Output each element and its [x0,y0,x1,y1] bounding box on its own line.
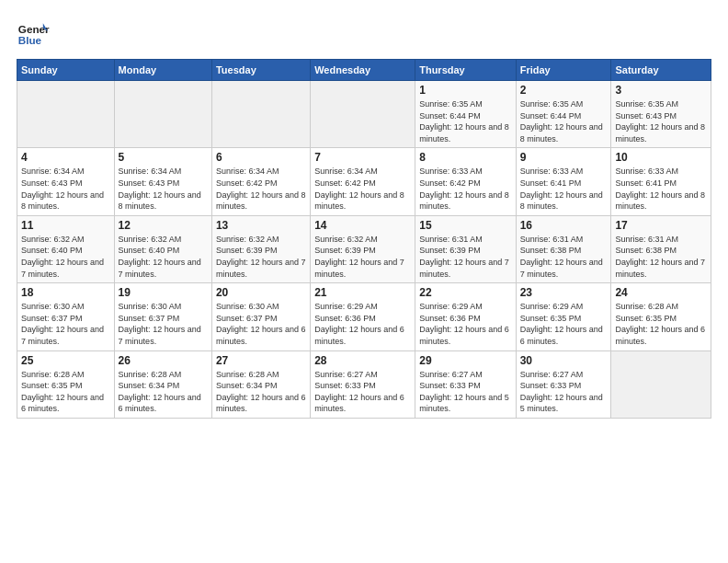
column-header-wednesday: Wednesday [311,60,415,81]
calendar-cell: 30 Sunrise: 6:27 AMSunset: 6:33 PMDaylig… [516,350,611,418]
day-number: 9 [520,151,608,164]
calendar-cell: 5 Sunrise: 6:34 AMSunset: 6:43 PMDayligh… [114,148,211,215]
day-number: 18 [21,286,110,299]
day-info: Sunrise: 6:28 AMSunset: 6:35 PMDaylight:… [21,369,110,415]
calendar-cell: 3 Sunrise: 6:35 AMSunset: 6:43 PMDayligh… [611,81,711,148]
calendar-cell: 10 Sunrise: 6:33 AMSunset: 6:41 PMDaylig… [611,148,711,215]
day-info: Sunrise: 6:35 AMSunset: 6:44 PMDaylight:… [520,98,608,144]
day-number: 19 [119,286,208,299]
week-row-3: 11 Sunrise: 6:32 AMSunset: 6:40 PMDaylig… [17,215,711,282]
week-row-2: 4 Sunrise: 6:34 AMSunset: 6:43 PMDayligh… [17,148,711,215]
day-info: Sunrise: 6:33 AMSunset: 6:42 PMDaylight:… [419,166,511,212]
day-info: Sunrise: 6:32 AMSunset: 6:40 PMDaylight:… [119,234,208,280]
day-info: Sunrise: 6:32 AMSunset: 6:39 PMDaylight:… [314,234,411,280]
day-number: 13 [216,219,306,232]
calendar-cell: 17 Sunrise: 6:31 AMSunset: 6:38 PMDaylig… [611,215,711,282]
day-info: Sunrise: 6:27 AMSunset: 6:33 PMDaylight:… [520,369,608,415]
calendar-cell: 1 Sunrise: 6:35 AMSunset: 6:44 PMDayligh… [415,81,516,148]
day-number: 15 [419,219,511,232]
calendar-table: SundayMondayTuesdayWednesdayThursdayFrid… [17,59,711,419]
calendar-cell: 26 Sunrise: 6:28 AMSunset: 6:34 PMDaylig… [114,350,211,418]
calendar-cell [311,81,415,148]
week-row-1: 1 Sunrise: 6:35 AMSunset: 6:44 PMDayligh… [17,81,711,148]
calendar-cell: 16 Sunrise: 6:31 AMSunset: 6:38 PMDaylig… [516,215,611,282]
svg-text:Blue: Blue [18,34,42,46]
day-number: 26 [119,354,208,367]
day-info: Sunrise: 6:27 AMSunset: 6:33 PMDaylight:… [314,369,411,415]
day-info: Sunrise: 6:34 AMSunset: 6:42 PMDaylight:… [216,166,306,212]
calendar-body: 1 Sunrise: 6:35 AMSunset: 6:44 PMDayligh… [17,81,711,419]
calendar-cell: 25 Sunrise: 6:28 AMSunset: 6:35 PMDaylig… [17,350,115,418]
calendar-cell: 7 Sunrise: 6:34 AMSunset: 6:42 PMDayligh… [311,148,415,215]
calendar-cell [114,81,211,148]
day-number: 16 [520,219,608,232]
column-header-tuesday: Tuesday [211,60,310,81]
day-info: Sunrise: 6:31 AMSunset: 6:38 PMDaylight:… [520,234,608,280]
day-number: 24 [615,286,707,299]
column-header-sunday: Sunday [17,60,115,81]
day-number: 28 [314,354,411,367]
logo-icon: General Blue [17,17,50,50]
calendar-cell [211,81,310,148]
day-number: 5 [119,151,208,164]
day-info: Sunrise: 6:28 AMSunset: 6:35 PMDaylight:… [615,301,707,347]
column-header-saturday: Saturday [611,60,711,81]
day-number: 22 [419,286,511,299]
week-row-4: 18 Sunrise: 6:30 AMSunset: 6:37 PMDaylig… [17,283,711,350]
calendar-cell: 28 Sunrise: 6:27 AMSunset: 6:33 PMDaylig… [311,350,415,418]
day-number: 1 [419,84,511,97]
day-number: 30 [520,354,608,367]
day-info: Sunrise: 6:33 AMSunset: 6:41 PMDaylight:… [520,166,608,212]
day-number: 12 [119,219,208,232]
calendar-cell: 18 Sunrise: 6:30 AMSunset: 6:37 PMDaylig… [17,283,115,350]
calendar-cell: 15 Sunrise: 6:31 AMSunset: 6:39 PMDaylig… [415,215,516,282]
calendar-cell: 27 Sunrise: 6:28 AMSunset: 6:34 PMDaylig… [211,350,310,418]
day-info: Sunrise: 6:35 AMSunset: 6:43 PMDaylight:… [615,98,707,144]
day-number: 27 [216,354,306,367]
header: General Blue [17,17,711,50]
day-number: 10 [615,151,707,164]
column-header-friday: Friday [516,60,611,81]
day-info: Sunrise: 6:28 AMSunset: 6:34 PMDaylight:… [216,369,306,415]
day-number: 29 [419,354,511,367]
day-info: Sunrise: 6:34 AMSunset: 6:43 PMDaylight:… [21,166,110,212]
day-number: 14 [314,219,411,232]
day-info: Sunrise: 6:32 AMSunset: 6:39 PMDaylight:… [216,234,306,280]
day-number: 6 [216,151,306,164]
calendar-cell: 24 Sunrise: 6:28 AMSunset: 6:35 PMDaylig… [611,283,711,350]
calendar-cell: 21 Sunrise: 6:29 AMSunset: 6:36 PMDaylig… [311,283,415,350]
calendar-cell: 4 Sunrise: 6:34 AMSunset: 6:43 PMDayligh… [17,148,115,215]
day-number: 4 [21,151,110,164]
day-info: Sunrise: 6:29 AMSunset: 6:35 PMDaylight:… [520,301,608,347]
calendar-cell: 13 Sunrise: 6:32 AMSunset: 6:39 PMDaylig… [211,215,310,282]
calendar-header-row: SundayMondayTuesdayWednesdayThursdayFrid… [17,60,711,81]
day-info: Sunrise: 6:29 AMSunset: 6:36 PMDaylight:… [314,301,411,347]
day-number: 20 [216,286,306,299]
day-info: Sunrise: 6:32 AMSunset: 6:40 PMDaylight:… [21,234,110,280]
day-info: Sunrise: 6:30 AMSunset: 6:37 PMDaylight:… [21,301,110,347]
calendar-cell [611,350,711,418]
calendar-cell: 29 Sunrise: 6:27 AMSunset: 6:33 PMDaylig… [415,350,516,418]
day-info: Sunrise: 6:31 AMSunset: 6:38 PMDaylight:… [615,234,707,280]
day-number: 25 [21,354,110,367]
day-info: Sunrise: 6:35 AMSunset: 6:44 PMDaylight:… [419,98,511,144]
day-info: Sunrise: 6:30 AMSunset: 6:37 PMDaylight:… [216,301,306,347]
week-row-5: 25 Sunrise: 6:28 AMSunset: 6:35 PMDaylig… [17,350,711,418]
calendar-cell [17,81,115,148]
logo: General Blue [17,17,50,50]
calendar-cell: 6 Sunrise: 6:34 AMSunset: 6:42 PMDayligh… [211,148,310,215]
calendar-cell: 2 Sunrise: 6:35 AMSunset: 6:44 PMDayligh… [516,81,611,148]
day-number: 8 [419,151,511,164]
day-number: 11 [21,219,110,232]
calendar-cell: 9 Sunrise: 6:33 AMSunset: 6:41 PMDayligh… [516,148,611,215]
calendar-cell: 23 Sunrise: 6:29 AMSunset: 6:35 PMDaylig… [516,283,611,350]
day-info: Sunrise: 6:27 AMSunset: 6:33 PMDaylight:… [419,369,511,415]
day-info: Sunrise: 6:33 AMSunset: 6:41 PMDaylight:… [615,166,707,212]
day-number: 2 [520,84,608,97]
day-info: Sunrise: 6:34 AMSunset: 6:43 PMDaylight:… [119,166,208,212]
column-header-thursday: Thursday [415,60,516,81]
day-number: 3 [615,84,707,97]
day-number: 17 [615,219,707,232]
day-number: 21 [314,286,411,299]
calendar-cell: 19 Sunrise: 6:30 AMSunset: 6:37 PMDaylig… [114,283,211,350]
